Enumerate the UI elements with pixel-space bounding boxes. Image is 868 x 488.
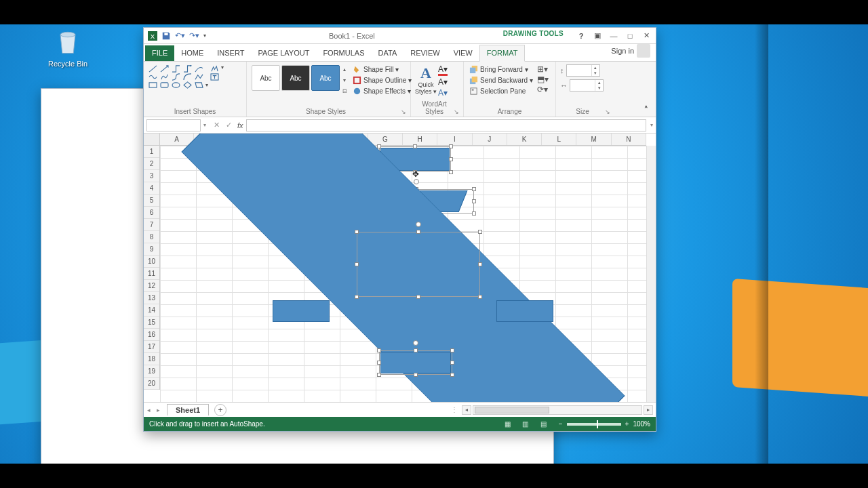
gallery-more-icon[interactable]: ⊟	[340, 88, 349, 94]
normal-view-icon[interactable]: ▦	[499, 420, 515, 428]
tab-format[interactable]: FORMAT	[479, 45, 526, 62]
row-header[interactable]: 16	[144, 329, 159, 341]
shape-rect-icon[interactable]	[148, 81, 158, 89]
column-header[interactable]: J	[473, 134, 507, 145]
flowchart-decision-shape[interactable]	[160, 146, 274, 204]
row-header[interactable]: 8	[144, 231, 159, 243]
bring-forward-button[interactable]: Bring Forward ▾	[468, 64, 534, 75]
edit-shape-icon[interactable]	[210, 64, 220, 73]
page-layout-view-icon[interactable]: ▥	[517, 420, 534, 428]
text-box-icon[interactable]	[210, 73, 220, 81]
shape-arc-icon[interactable]	[182, 73, 193, 81]
shape-elbow-arrow-icon[interactable]	[182, 64, 193, 73]
send-backward-button[interactable]: Send Backward ▾	[468, 75, 534, 85]
text-outline-icon[interactable]: A▾	[438, 77, 448, 87]
tab-review[interactable]: REVIEW	[403, 45, 446, 61]
row-header[interactable]: 19	[144, 365, 159, 378]
row-header[interactable]: 17	[144, 341, 159, 353]
formula-input[interactable]	[246, 119, 646, 131]
row-header[interactable]: 3	[144, 170, 159, 182]
titlebar[interactable]: X ↶▾ ↷▾ ▾ Book1 - Excel DRAWING TOOLS ? …	[144, 28, 656, 44]
zoom-out-icon[interactable]: −	[559, 420, 563, 428]
row-header[interactable]: 7	[144, 219, 159, 231]
selection-pane-button[interactable]: Selection Pane	[468, 86, 534, 96]
worksheet-area[interactable]: ABCDEFGHIJKLMN 1234567891011121314151617…	[144, 134, 656, 402]
tab-view[interactable]: VIEW	[447, 45, 479, 61]
text-effects-icon[interactable]: A▾	[438, 88, 448, 98]
row-header[interactable]: 5	[144, 195, 159, 207]
expand-formula-bar-icon[interactable]: ▾	[650, 122, 656, 128]
shape-elbow-icon[interactable]	[171, 64, 181, 73]
collapse-ribbon-icon[interactable]: ˄	[641, 105, 652, 114]
tab-formulas[interactable]: FORMULAS	[316, 45, 371, 61]
shape-scribble-icon[interactable]	[148, 73, 158, 81]
help-button[interactable]: ?	[573, 29, 589, 43]
column-header[interactable]: G	[368, 134, 403, 145]
shape-diamond-icon[interactable]	[182, 81, 193, 89]
zoom-level[interactable]: 100%	[633, 420, 650, 428]
quick-styles-icon[interactable]: A	[415, 64, 437, 82]
shape-style-thumb-2[interactable]: Abc	[281, 65, 310, 91]
row-header[interactable]: 11	[144, 268, 159, 280]
shape-curve-icon[interactable]	[194, 64, 204, 73]
row-header[interactable]: 13	[144, 292, 159, 304]
add-sheet-button[interactable]: +	[214, 404, 226, 416]
row-header[interactable]: 18	[144, 353, 159, 365]
shape-outline-button[interactable]: Shape Outline ▾	[351, 75, 413, 85]
width-input[interactable]: ▴▾	[570, 79, 604, 92]
dialog-launcher-icon[interactable]: ↘	[605, 108, 610, 115]
tab-file[interactable]: FILE	[145, 45, 174, 61]
column-header[interactable]: I	[437, 134, 472, 145]
shape-freeform-icon[interactable]	[159, 73, 170, 81]
shape-style-thumb-1[interactable]: Abc	[252, 65, 280, 91]
enter-icon[interactable]: ✓	[222, 121, 235, 129]
zoom-slider[interactable]	[567, 423, 621, 426]
row-header[interactable]: 15	[144, 317, 159, 329]
height-input[interactable]: ▴▾	[566, 64, 600, 77]
flowchart-process-shape[interactable]	[273, 300, 330, 322]
shape-connector-icon[interactable]	[171, 73, 181, 81]
rotate-icon[interactable]: ⟳▾	[537, 85, 549, 94]
row-header[interactable]: 2	[144, 158, 159, 170]
row-header[interactable]: 6	[144, 207, 159, 219]
row-header[interactable]: 9	[144, 243, 159, 256]
horizontal-scrollbar[interactable]	[473, 405, 642, 415]
desktop-icon-recycle-bin[interactable]: Recycle Bin	[41, 27, 95, 68]
shape-style-thumb-3[interactable]: Abc	[311, 65, 340, 91]
shape-roundrect-icon[interactable]	[159, 81, 170, 89]
column-header[interactable]: L	[542, 134, 576, 145]
row-header[interactable]: 14	[144, 304, 159, 317]
tab-page-layout[interactable]: PAGE LAYOUT	[251, 45, 316, 61]
save-icon[interactable]	[161, 31, 171, 41]
row-header[interactable]: 10	[144, 256, 159, 268]
gallery-up-icon[interactable]: ▴	[340, 66, 349, 73]
page-break-view-icon[interactable]: ▤	[536, 420, 552, 428]
shape-oval-icon[interactable]	[171, 81, 181, 89]
qat-customize-icon[interactable]: ▾	[203, 33, 206, 39]
dialog-launcher-icon[interactable]: ↘	[401, 108, 406, 115]
align-icon[interactable]: ⊞▾	[537, 64, 549, 74]
select-all-corner[interactable]	[144, 134, 160, 146]
sign-in-button[interactable]: Sign in	[606, 41, 656, 61]
group-icon[interactable]: ⬒▾	[537, 75, 549, 84]
row-header[interactable]: 1	[144, 146, 159, 158]
fx-label[interactable]: fx	[235, 121, 246, 129]
undo-icon[interactable]: ↶▾	[175, 31, 185, 40]
shape-parallelogram-icon[interactable]	[194, 81, 204, 89]
shape-effects-button[interactable]: Shape Effects ▾	[351, 86, 413, 96]
zoom-control[interactable]: − + 100%	[559, 420, 650, 428]
name-box[interactable]	[146, 119, 201, 131]
row-headers[interactable]: 1234567891011121314151617181920	[144, 146, 160, 390]
sheet-tab[interactable]: Sheet1	[167, 404, 209, 415]
rotate-handle-icon[interactable]	[414, 179, 419, 184]
column-header[interactable]: N	[612, 134, 646, 145]
text-fill-icon[interactable]: A▾	[438, 64, 448, 76]
row-header[interactable]: 20	[144, 378, 159, 390]
redo-icon[interactable]: ↷▾	[189, 31, 199, 40]
cancel-icon[interactable]: ✕	[210, 121, 222, 129]
grid[interactable]: ✥	[160, 146, 646, 402]
flowchart-process-shape[interactable]	[496, 300, 553, 322]
tab-home[interactable]: HOME	[174, 45, 210, 61]
tab-data[interactable]: DATA	[372, 45, 404, 61]
row-header[interactable]: 12	[144, 280, 159, 292]
